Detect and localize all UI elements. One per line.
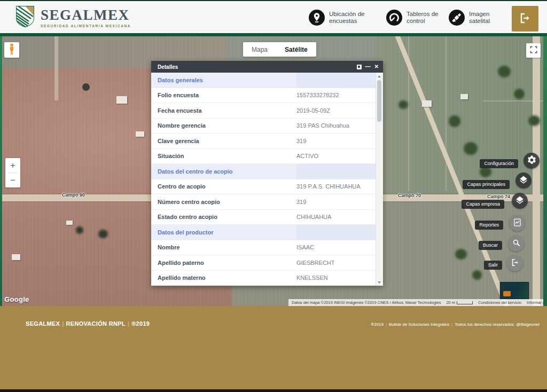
panel-title: Detalles [158, 64, 357, 70]
nav-imagen-satelital[interactable]: Imagen satelital [449, 10, 490, 26]
footer-right-text: ®2019|Bufete de Soluciones Integrales|To… [371, 322, 540, 327]
satellite-map[interactable]: Campo 90 Campo 70 Campo 74 Mapa Satélite [2, 36, 543, 306]
dashboard-gauge-icon [386, 10, 402, 26]
details-panel-titlebar[interactable]: Detalles — ✕ [151, 61, 383, 73]
popout-icon[interactable] [357, 65, 362, 69]
buscar-button[interactable] [508, 236, 524, 252]
tooltip-buscar: Buscar [479, 241, 502, 250]
terms-link[interactable]: Condiciones del servicio [478, 300, 521, 305]
footer-separator: | [126, 320, 131, 327]
report-chart-icon [513, 218, 522, 229]
location-pin-icon [309, 10, 325, 26]
map-type-mapa-button[interactable]: Mapa [243, 42, 276, 57]
segalmex-shield-icon [15, 5, 35, 30]
minimize-icon[interactable]: — [365, 64, 371, 69]
tooltip-reportes: Reportes [475, 221, 503, 230]
data-row: Folio encuesta1557333278232 [151, 88, 376, 104]
map-type-satelite-button[interactable]: Satélite [276, 42, 316, 57]
zoom-out-button[interactable]: − [5, 173, 20, 187]
nav-label: Tableros de control [407, 11, 438, 25]
exit-icon [511, 258, 520, 269]
map-place-label: Campo 70 [398, 193, 421, 198]
segalmex-app: SEGALMEX SEGURIDAD ALIMENTARIA MEXICANA … [0, 0, 547, 392]
map-frame: Campo 90 Campo 70 Campo 74 Mapa Satélite [0, 36, 547, 306]
gear-icon [527, 155, 537, 167]
reportes-button[interactable] [509, 215, 525, 231]
tooltip-capas-principales: Capas principales [463, 180, 510, 189]
app-footer: SEGALMEX|RENOVACIÓN RNPL|®2019 ®2019|Buf… [0, 306, 547, 389]
scrollbar-thumb[interactable] [377, 80, 381, 122]
close-icon[interactable]: ✕ [374, 64, 379, 69]
map-place-label: Campo 90 [62, 192, 85, 198]
tooltip-capas-empresa: Capas empresa [462, 200, 504, 209]
data-row: Número centro acopio319 [151, 194, 376, 210]
window-bottom-border [0, 389, 547, 392]
nav-label: Ubicación de encuestas [329, 11, 364, 25]
google-logo[interactable]: Google [4, 295, 29, 303]
nav-label: Imagen satelital [469, 11, 490, 25]
configuracion-button[interactable] [523, 153, 540, 169]
pegman-icon [8, 43, 15, 57]
map-attribution-bar: Datos del mapa ©2019 INEGI Imágenes ©201… [288, 299, 543, 306]
scroll-down-arrow[interactable] [376, 279, 382, 285]
details-panel: Detalles — ✕ Datos generales Folio encue… [151, 61, 383, 286]
map-scale-bar: 20 m [446, 300, 473, 305]
footer-separator: | [449, 322, 455, 327]
capas-empresa-button[interactable] [512, 193, 528, 209]
section-row: Datos del centro de acopio [151, 164, 376, 179]
section-row: Datos generales [151, 73, 376, 88]
data-row: Fecha encuesta2019-05-09Z [151, 103, 376, 119]
section-row: Datos del productor [151, 225, 376, 240]
logout-button[interactable] [512, 6, 538, 32]
tooltip-salir: Salir [484, 261, 502, 270]
map-type-toggle: Mapa Satélite [243, 42, 316, 57]
map-place-label: Campo 74 [487, 194, 510, 199]
nav-tableros-control[interactable]: Tableros de control [386, 10, 438, 26]
salir-button[interactable] [507, 255, 523, 271]
data-row: SituaciónACTIVO [151, 149, 376, 164]
overview-minimap[interactable] [500, 282, 529, 299]
logout-icon [519, 12, 532, 26]
footer-left-text: SEGALMEX|RENOVACIÓN RNPL|®2019 [26, 320, 150, 327]
app-header: SEGALMEX SEGURIDAD ALIMENTARIA MEXICANA … [0, 1, 547, 33]
brand-text: SEGALMEX SEGURIDAD ALIMENTARIA MEXICANA [41, 8, 131, 28]
data-row: Centro de acopio319 P.A.S. CHIHUAHUA [151, 179, 376, 195]
data-row: Estado centro acopioCHIHUAHUA [151, 210, 376, 225]
satellite-icon [449, 10, 465, 26]
zoom-in-button[interactable]: + [5, 158, 20, 173]
attribution-text: Datos del mapa ©2019 INEGI Imágenes ©201… [292, 300, 441, 305]
brand-tagline: SEGURIDAD ALIMENTARIA MEXICANA [41, 24, 131, 28]
fullscreen-icon [529, 45, 538, 56]
nav-ubicacion-encuestas[interactable]: Ubicación de encuestas [309, 10, 364, 26]
tooltip-configuracion: Configuración [480, 159, 518, 168]
street-view-pegman-button[interactable] [4, 42, 19, 58]
data-row: Nombre gerencia319 PAS Chihuahua [151, 119, 376, 134]
panel-scrollbar[interactable] [376, 73, 383, 286]
data-row: Clave gerencia319 [151, 134, 376, 149]
details-table: Datos generales Folio encuesta1557333278… [151, 73, 376, 286]
fullscreen-button[interactable] [526, 43, 541, 58]
footer-separator: | [384, 322, 389, 327]
capas-principales-button[interactable] [515, 173, 532, 189]
data-row: Apellido maternoKNELSSEN [151, 271, 376, 286]
report-error-link[interactable]: Informar un error del mapa [527, 300, 543, 305]
data-row: NombreISAAC [151, 240, 376, 256]
search-icon [512, 238, 521, 249]
layers-icon [515, 195, 525, 207]
scale-line [457, 301, 473, 304]
brand-name: SEGALMEX [41, 8, 131, 22]
data-row: Apellido paternoGIESBRECHT [151, 255, 376, 271]
scroll-up-arrow[interactable] [376, 73, 382, 79]
footer-separator: | [60, 320, 66, 327]
layers-icon [519, 175, 528, 186]
zoom-control: + − [5, 158, 20, 187]
brand-logo: SEGALMEX SEGURIDAD ALIMENTARIA MEXICANA [15, 5, 131, 30]
